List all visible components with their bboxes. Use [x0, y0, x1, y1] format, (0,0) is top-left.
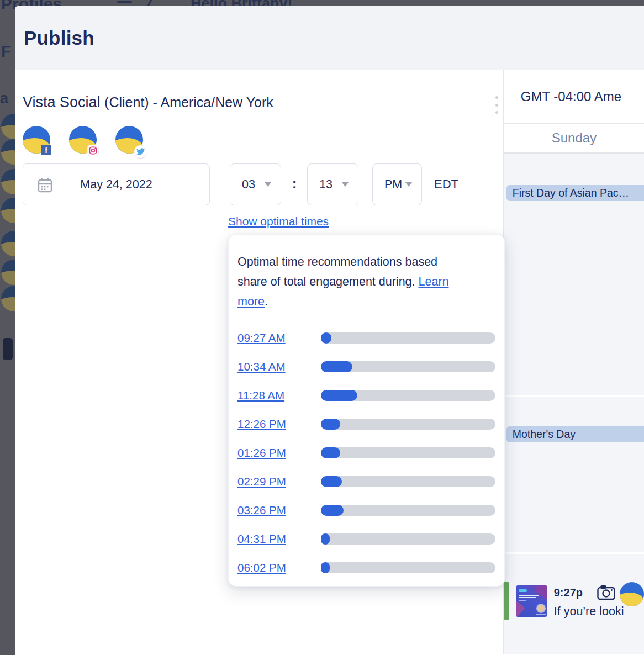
post-thumbnail	[516, 585, 547, 617]
screen: Profiles Hello Brittany! F a Publish Vis…	[0, 0, 644, 655]
date-picker-field[interactable]: May 24, 2022	[23, 163, 210, 205]
optimal-time-row: 03:26 PM	[237, 503, 495, 517]
optimal-time-row: 11:28 AM	[237, 388, 495, 403]
engagement-bar-fill	[321, 533, 330, 545]
optimal-times-list: 09:27 AM 10:34 AM 11:28 AM 12:26 PM 01:2…	[237, 331, 495, 575]
date-value: May 24, 2022	[80, 178, 152, 192]
profile-group-name: Vista Social	[23, 94, 101, 110]
time-separator: :	[288, 163, 301, 205]
profile-avatar-facebook[interactable]: f	[23, 126, 50, 154]
backdrop-text-fragment: F	[1, 42, 11, 61]
engagement-bar-fill	[321, 447, 340, 458]
post-snippet: If you’re looki	[554, 605, 644, 619]
chevron-down-icon	[405, 182, 412, 187]
engagement-bar-fill	[321, 361, 352, 372]
calendar-cell: First Day of Asian Pac…	[504, 154, 644, 395]
minute-value: 13	[319, 178, 332, 192]
camera-icon	[597, 585, 615, 600]
popover-description-text: Optimal time recommendations based share…	[237, 255, 437, 288]
hour-select[interactable]: 03	[230, 163, 281, 205]
engagement-bar-fill	[321, 476, 342, 487]
meridiem-select[interactable]: PM	[372, 163, 422, 205]
show-optimal-times-link[interactable]: Show optimal times	[228, 215, 329, 228]
optimal-time-link[interactable]: 11:28 AM	[237, 389, 321, 402]
calendar-event-chip[interactable]: First Day of Asian Pac…	[506, 185, 644, 201]
engagement-bar-fill	[321, 419, 340, 430]
profile-avatar-twitter[interactable]	[115, 126, 143, 154]
twitter-icon	[134, 145, 147, 158]
engagement-bar-fill	[321, 505, 344, 516]
timezone-abbr: EDT	[434, 163, 458, 205]
engagement-bar-track	[321, 332, 495, 344]
profile-avatar-instagram[interactable]	[69, 126, 97, 154]
calendar-event-chip[interactable]: Mother's Day	[506, 426, 644, 442]
minute-select[interactable]: 13	[307, 163, 358, 205]
chevron-down-icon	[342, 182, 349, 187]
meridiem-value: PM	[384, 178, 402, 192]
profile-group-title: Vista Social (Client) - America/New York	[23, 94, 273, 111]
engagement-bar-track	[321, 390, 495, 401]
optimal-time-link[interactable]: 09:27 AM	[237, 331, 321, 345]
optimal-time-row: 10:34 AM	[237, 360, 495, 374]
backdrop-shape	[3, 338, 13, 360]
backdrop-text-fragment: a	[0, 90, 8, 107]
engagement-bar-track	[321, 476, 495, 487]
optimal-time-row: 01:26 PM	[237, 446, 495, 460]
popover-description: Optimal time recommendations based share…	[237, 252, 467, 311]
engagement-bar-track	[321, 361, 495, 372]
post-status-bar	[504, 582, 509, 620]
optimal-time-link[interactable]: 01:26 PM	[237, 446, 321, 459]
popover-description-period: .	[265, 295, 268, 308]
optimal-time-row: 02:29 PM	[237, 474, 495, 489]
profile-group-suffix: (Client) - America/New York	[104, 94, 273, 110]
engagement-bar-fill	[321, 332, 331, 344]
calendar-pane: GMT -04:00 Ame Sunday First Day of Asian…	[504, 70, 644, 654]
instagram-icon	[88, 145, 98, 156]
optimal-time-row: 12:26 PM	[237, 417, 495, 431]
optimal-time-link[interactable]: 10:34 AM	[237, 360, 321, 373]
chevron-down-icon	[265, 182, 271, 187]
calendar-icon	[38, 177, 52, 193]
optimal-time-row: 06:02 PM	[237, 561, 495, 575]
optimal-time-row: 04:31 PM	[237, 532, 495, 546]
optimal-times-popover: Optimal time recommendations based share…	[228, 234, 505, 587]
optimal-time-link[interactable]: 06:02 PM	[237, 561, 321, 574]
selected-profiles: f	[23, 126, 143, 154]
optimal-time-link[interactable]: 03:26 PM	[237, 504, 321, 517]
engagement-bar-track	[321, 447, 495, 458]
modal-title: Publish	[24, 27, 94, 49]
scheduled-post-item[interactable]: 9:27p If	[504, 582, 644, 620]
engagement-bar-track	[321, 419, 495, 430]
optimal-time-link[interactable]: 12:26 PM	[237, 418, 321, 431]
optimal-time-row: 09:27 AM	[237, 331, 495, 345]
modal-header: Publish	[15, 6, 644, 70]
optimal-time-link[interactable]: 04:31 PM	[237, 532, 321, 546]
engagement-bar-track	[321, 505, 495, 516]
engagement-bar-fill	[321, 390, 357, 401]
post-profile-avatar	[620, 582, 644, 606]
engagement-bar-track	[321, 562, 495, 573]
calendar-cell: 9:27p If	[504, 554, 644, 654]
engagement-bar-track	[321, 533, 495, 545]
more-options-kebab-button[interactable]	[492, 95, 501, 115]
calendar-day-header: Sunday	[504, 123, 644, 154]
engagement-bar-fill	[321, 562, 330, 573]
post-time: 9:27p	[554, 587, 583, 599]
optimal-time-link[interactable]: 02:29 PM	[237, 475, 321, 488]
facebook-icon: f	[41, 145, 51, 155]
calendar-timezone-header: GMT -04:00 Ame	[504, 70, 644, 123]
calendar-cell: Mother's Day	[504, 397, 644, 552]
hour-value: 03	[242, 178, 255, 192]
